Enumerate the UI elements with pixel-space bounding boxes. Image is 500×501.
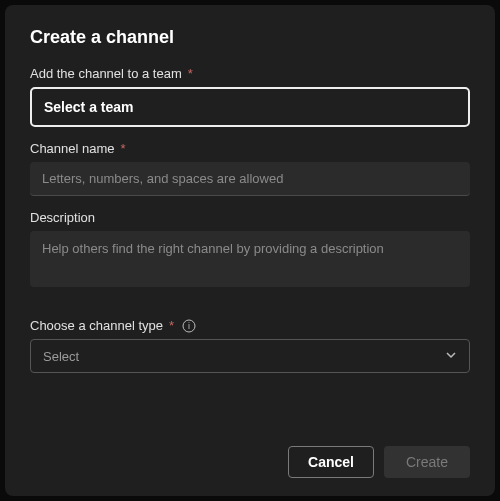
label-channel-type: Choose a channel type * i xyxy=(30,318,470,333)
required-marker: * xyxy=(188,66,193,81)
required-marker: * xyxy=(121,141,126,156)
form-body: Add the channel to a team * Select a tea… xyxy=(30,66,470,436)
channel-type-select[interactable]: Select xyxy=(30,339,470,373)
label-team-text: Add the channel to a team xyxy=(30,66,182,81)
channel-type-selected-text: Select xyxy=(43,349,79,364)
label-team: Add the channel to a team * xyxy=(30,66,470,81)
label-description-text: Description xyxy=(30,210,95,225)
select-team-button[interactable]: Select a team xyxy=(30,87,470,127)
field-description: Description xyxy=(30,210,470,290)
label-channel-name: Channel name * xyxy=(30,141,470,156)
select-team-button-text: Select a team xyxy=(44,99,134,115)
dialog-footer: Cancel Create xyxy=(30,436,470,478)
label-description: Description xyxy=(30,210,470,225)
required-marker: * xyxy=(169,318,174,333)
field-channel-name: Channel name * xyxy=(30,141,470,196)
chevron-down-icon xyxy=(445,348,457,364)
field-team: Add the channel to a team * Select a tea… xyxy=(30,66,470,127)
cancel-button[interactable]: Cancel xyxy=(288,446,374,478)
field-channel-type: Choose a channel type * i Select xyxy=(30,318,470,373)
channel-name-input[interactable] xyxy=(30,162,470,196)
label-channel-type-text: Choose a channel type xyxy=(30,318,163,333)
dialog-title: Create a channel xyxy=(30,27,470,48)
label-channel-name-text: Channel name xyxy=(30,141,115,156)
create-button[interactable]: Create xyxy=(384,446,470,478)
description-input[interactable] xyxy=(30,231,470,287)
svg-text:i: i xyxy=(188,321,190,331)
info-icon[interactable]: i xyxy=(182,319,196,333)
create-channel-dialog: Create a channel Add the channel to a te… xyxy=(5,5,495,496)
